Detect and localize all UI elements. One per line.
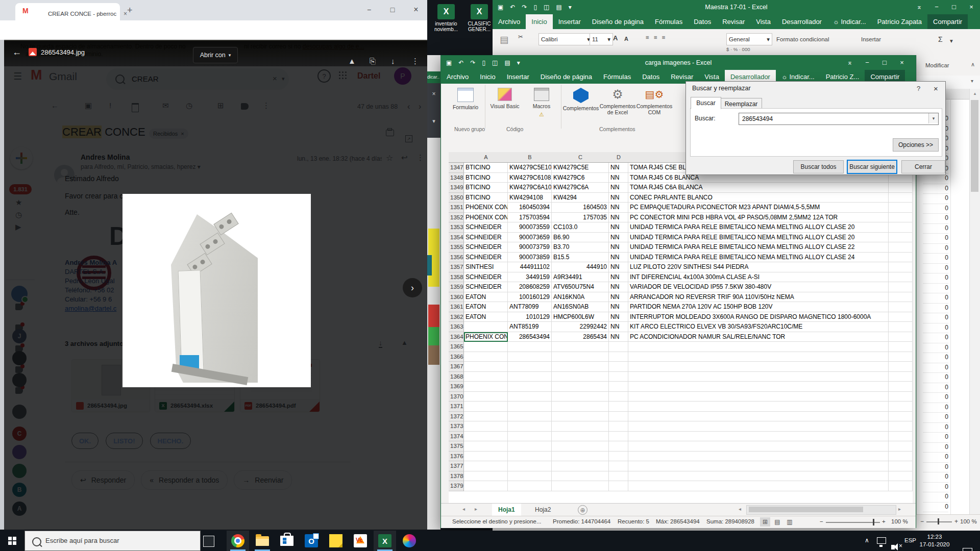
cell[interactable]: AN16KN0A: [552, 292, 609, 303]
cell-zero[interactable]: 0: [923, 353, 948, 363]
zoom-in-icon[interactable]: +: [954, 518, 958, 525]
cell-zero[interactable]: 0: [923, 422, 948, 433]
cell-zero[interactable]: 0: [923, 383, 948, 393]
viewer-back-icon[interactable]: ←: [12, 47, 21, 58]
cell[interactable]: [889, 222, 913, 233]
zoom-slider-thumb[interactable]: [873, 519, 874, 525]
cell-zero[interactable]: 0: [923, 412, 948, 423]
cell[interactable]: SCHNEIDER: [464, 242, 508, 253]
row-header[interactable]: 1357: [449, 262, 464, 272]
row-header[interactable]: 1377: [449, 461, 464, 471]
ribbon-pin-icon[interactable]: ⌅: [911, 0, 928, 14]
cell-zero[interactable]: 0: [923, 432, 948, 443]
row-header[interactable]: 1378: [449, 471, 464, 482]
taskbar-app-flame[interactable]: [398, 531, 421, 551]
cell[interactable]: [552, 461, 609, 471]
row-header[interactable]: 1358: [449, 272, 464, 283]
cell[interactable]: [508, 452, 552, 462]
cell[interactable]: [628, 432, 889, 442]
insert-cells-button[interactable]: Insertar: [861, 36, 881, 42]
cell[interactable]: ANT78099: [508, 302, 552, 312]
cell[interactable]: NN: [609, 222, 628, 233]
cell-zero[interactable]: 0: [923, 363, 948, 373]
cell[interactable]: B6.90: [552, 233, 609, 243]
row-header[interactable]: 1368: [449, 372, 464, 382]
cell[interactable]: [508, 352, 552, 362]
ribbon-button-complementos[interactable]: Complementos: [562, 85, 599, 128]
zoom-percent[interactable]: 100 %: [891, 518, 908, 524]
cell[interactable]: INTERRUPTOR MOLDEADO 3X600A RANGO DE DIS…: [628, 312, 889, 322]
cell[interactable]: [609, 392, 628, 402]
cell[interactable]: KW4279C6: [552, 173, 609, 183]
cell[interactable]: [609, 471, 628, 482]
cell[interactable]: B15.5: [552, 253, 609, 263]
row-header[interactable]: 1359: [449, 282, 464, 292]
cell[interactable]: [508, 362, 552, 372]
cell[interactable]: [552, 471, 609, 482]
combo-dropdown-icon[interactable]: ▾: [928, 113, 938, 123]
add-to-drive-icon[interactable]: ▲: [348, 57, 356, 65]
ribbon-tab-f-rmulas[interactable]: Fórmulas: [598, 70, 636, 84]
cell[interactable]: [609, 402, 628, 412]
zoom-in-icon[interactable]: +: [882, 518, 886, 524]
maximize-button[interactable]: □: [385, 2, 400, 17]
cell[interactable]: ANT85199: [508, 322, 552, 332]
cell[interactable]: PARTIDOR NEMA 270A 120V AC 150HP BOB 120…: [628, 302, 889, 312]
cell[interactable]: [889, 452, 913, 462]
language-indicator[interactable]: ESP: [904, 537, 916, 543]
cell[interactable]: [889, 233, 913, 243]
find-value[interactable]: 286543494: [742, 115, 921, 122]
row-header[interactable]: 1351: [449, 203, 464, 213]
cell[interactable]: KW4294108: [508, 193, 552, 203]
cell[interactable]: [628, 382, 889, 392]
action-center-icon[interactable]: [963, 548, 972, 551]
cell[interactable]: [628, 461, 889, 471]
cell-zero[interactable]: 0: [923, 283, 948, 294]
row-header[interactable]: 1373: [449, 421, 464, 432]
cell[interactable]: [628, 452, 889, 462]
cell[interactable]: [508, 392, 552, 402]
font-size-select[interactable]: 11▾: [590, 33, 613, 45]
next-sheet-icon[interactable]: ▸: [475, 506, 477, 512]
sheet-tab-hoja2[interactable]: Hoja2: [529, 504, 557, 516]
cell[interactable]: [464, 392, 508, 402]
ribbon-tab-revisar[interactable]: Revisar: [717, 14, 750, 29]
cell[interactable]: NN: [609, 193, 628, 203]
more-options-icon[interactable]: ⋮: [411, 57, 419, 66]
cut-icon[interactable]: ✂: [518, 33, 523, 40]
options-button[interactable]: Opciones >>: [893, 138, 939, 152]
collapse-ribbon-icon[interactable]: ∧: [971, 61, 975, 68]
column-header[interactable]: D: [609, 152, 629, 163]
chevron-down-icon[interactable]: ▾: [427, 118, 440, 124]
cell[interactable]: CC103.0: [552, 222, 609, 233]
cell[interactable]: [889, 471, 913, 482]
clipboard-icon[interactable]: ▤: [500, 34, 508, 45]
ribbon-button-complementos-com[interactable]: ▤⚙Complementos COM: [636, 85, 673, 128]
cell[interactable]: [464, 481, 508, 491]
cell[interactable]: [464, 402, 508, 412]
cell-zero[interactable]: 0: [923, 452, 948, 463]
horizontal-scrollbar[interactable]: [746, 505, 896, 515]
cell[interactable]: [552, 421, 609, 432]
minimize-button[interactable]: −: [361, 2, 377, 17]
ribbon-tab-desarrollador[interactable]: Desarrollador: [776, 14, 827, 29]
cell[interactable]: [889, 372, 913, 382]
cell[interactable]: [889, 213, 913, 223]
cell[interactable]: AN16SN0AB: [552, 302, 609, 312]
cell[interactable]: [609, 481, 628, 491]
cell[interactable]: KW4279C5E: [552, 163, 609, 173]
row-header[interactable]: 1367: [449, 362, 464, 372]
cell[interactable]: SCHNEIDER: [464, 272, 508, 283]
close-icon[interactable]: ×: [963, 0, 980, 14]
row-header[interactable]: 1353: [449, 222, 464, 233]
layout-view-icon[interactable]: ▤: [772, 517, 782, 527]
cell-zero[interactable]: 0: [923, 333, 948, 343]
cell[interactable]: [609, 352, 628, 362]
cell[interactable]: [464, 441, 508, 452]
cell[interactable]: [628, 372, 889, 382]
ribbon-button-formulario[interactable]: Formulario: [447, 85, 484, 128]
ribbon-tab-dise-o-de-p-gina[interactable]: Diseño de página: [535, 70, 598, 84]
cell[interactable]: 286543494: [508, 332, 552, 342]
cell[interactable]: [889, 382, 913, 392]
dialog-close-icon[interactable]: ×: [934, 84, 938, 93]
